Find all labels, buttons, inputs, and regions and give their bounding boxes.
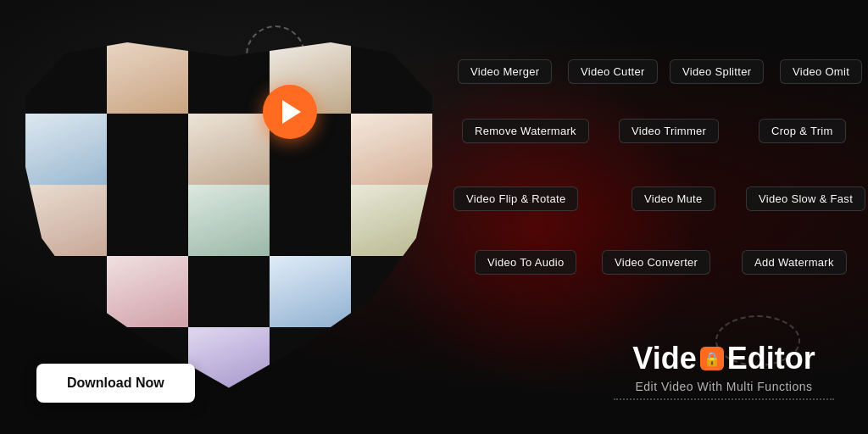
feature-btn-video-trimmer[interactable]: Video Trimmer (619, 119, 719, 143)
app-subtitle: Edit Video With Multi Functions (614, 380, 834, 393)
feature-btn-add-watermark[interactable]: Add Watermark (742, 250, 847, 275)
play-icon (282, 100, 301, 124)
app-title-editor: Editor (727, 341, 815, 376)
feature-btn-video-converter[interactable]: Video Converter (602, 250, 710, 275)
grid-cell (270, 185, 351, 256)
grid-cell (25, 114, 107, 185)
download-button[interactable]: Download Now (36, 364, 195, 403)
app-title-vide: Vide (632, 341, 696, 376)
grid-cell (188, 114, 270, 185)
feature-btn-video-slow-fast[interactable]: Video Slow & Fast (746, 186, 865, 211)
subtitle-dots-line (614, 398, 834, 400)
feature-btn-video-to-audio[interactable]: Video To Audio (475, 250, 576, 275)
feature-btn-video-flip-rotate[interactable]: Video Flip & Rotate (453, 186, 578, 211)
feature-btn-video-mute[interactable]: Video Mute (632, 186, 715, 211)
feature-btn-video-splitter[interactable]: Video Splitter (670, 59, 764, 84)
play-button[interactable] (263, 85, 317, 139)
grid-cell (107, 42, 188, 114)
feature-btn-video-merger[interactable]: Video Merger (458, 59, 552, 84)
grid-cell (107, 185, 188, 256)
app-title: Vide🔒Editor (614, 341, 834, 376)
grid-cell (188, 256, 270, 327)
app-title-area: Vide🔒Editor Edit Video With Multi Functi… (614, 341, 834, 400)
feature-btn-video-cutter[interactable]: Video Cutter (568, 59, 658, 84)
lock-icon: 🔒 (700, 347, 724, 370)
grid-cell (270, 256, 351, 327)
feature-btn-remove-watermark[interactable]: Remove Watermark (462, 119, 589, 143)
grid-cell (107, 256, 188, 327)
feature-btn-crop-trim[interactable]: Crop & Trim (759, 119, 846, 143)
feature-btn-video-omit[interactable]: Video Omit (780, 59, 862, 84)
grid-cell (188, 185, 270, 256)
grid-cell (107, 114, 188, 185)
